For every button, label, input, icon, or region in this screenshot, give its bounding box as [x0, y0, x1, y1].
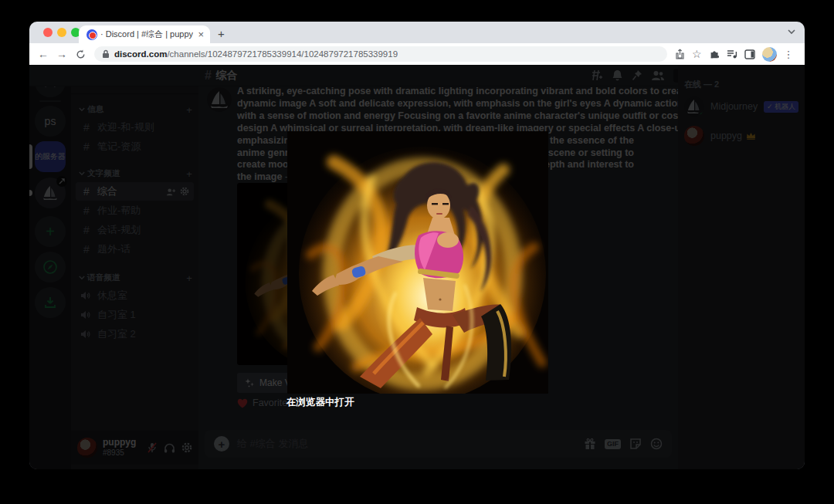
- extensions-puzzle-icon[interactable]: [709, 49, 720, 59]
- browser-window: · Discord | #综合 | puppyg的服 × + ← → disco…: [29, 22, 805, 469]
- new-tab-button[interactable]: +: [218, 27, 225, 40]
- lightbox-image[interactable]: [287, 131, 548, 394]
- browser-tabstrip: · Discord | #综合 | puppyg的服 × +: [29, 22, 805, 43]
- open-in-browser-link[interactable]: 在浏览器中打开: [286, 396, 354, 409]
- back-button[interactable]: ←: [34, 48, 53, 60]
- toolbar-right-icons: ☆ ⋮: [675, 47, 794, 62]
- side-panel-icon[interactable]: [744, 49, 755, 59]
- tab-search-chevron-icon[interactable]: [788, 29, 795, 35]
- lock-icon: [102, 49, 110, 59]
- forward-button[interactable]: →: [53, 48, 71, 60]
- tab-title: · Discord | #综合 | puppyg的服: [100, 29, 193, 40]
- tab-close-icon[interactable]: ×: [196, 29, 205, 39]
- browser-menu-icon[interactable]: ⋮: [784, 49, 794, 60]
- browser-toolbar: ← → discord.com/channels/102487972178533…: [29, 43, 805, 65]
- window-close-button[interactable]: [43, 28, 53, 37]
- reload-button[interactable]: [71, 49, 90, 59]
- media-list-extension-icon[interactable]: [727, 49, 737, 59]
- screenshot-root: · Discord | #综合 | puppyg的服 × + ← → disco…: [0, 0, 834, 504]
- browser-profile-avatar[interactable]: [762, 47, 777, 62]
- window-minimize-button[interactable]: [57, 28, 66, 37]
- url-text: discord.com/channels/1024879721785339914…: [114, 49, 398, 59]
- discord-favicon-icon: [86, 29, 97, 40]
- bookmark-star-icon[interactable]: ☆: [692, 48, 702, 60]
- url-bar[interactable]: discord.com/channels/1024879721785339914…: [94, 46, 667, 62]
- browser-tab-discord[interactable]: · Discord | #综合 | puppyg的服 ×: [79, 25, 210, 43]
- share-icon[interactable]: [675, 49, 685, 59]
